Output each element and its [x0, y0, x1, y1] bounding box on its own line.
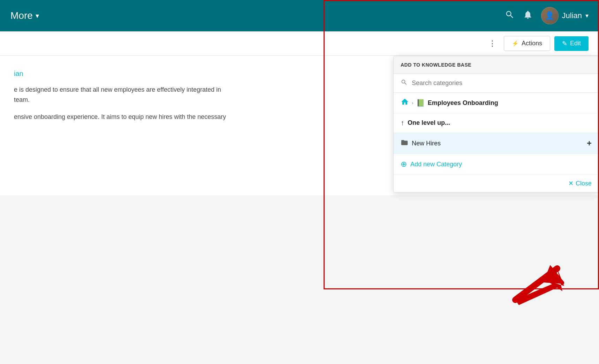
svg-line-1 [515, 268, 557, 300]
top-nav: More ▾ 👤 Julian ▾ [0, 0, 599, 31]
book-icon: 📗 [416, 99, 425, 107]
edit-button[interactable]: ✎ Edit [554, 36, 589, 51]
more-label[interactable]: More [10, 10, 33, 21]
add-category-button[interactable]: ⊕ Add new Category [394, 154, 599, 174]
svg-marker-2 [543, 265, 564, 284]
add-to-item-button[interactable]: + [587, 138, 592, 148]
breadcrumb-chevron-icon: › [412, 100, 414, 106]
new-hires-label: New Hires [412, 140, 583, 147]
bell-icon[interactable] [523, 10, 533, 22]
panel-title: ADD TO KNOWLEDGE BASE [401, 62, 471, 68]
search-icon[interactable] [505, 10, 515, 22]
up-arrow-icon: ↑ [401, 119, 404, 127]
knowledge-base-dropdown: ADD TO KNOWLEDGE BASE › 📗 Employees Onbo… [393, 56, 599, 192]
user-chevron-icon: ▾ [585, 12, 589, 20]
bolt-icon: ⚡ [512, 40, 519, 47]
avatar-image: 👤 [541, 7, 559, 24]
panel-footer: ✕ Close [394, 174, 599, 192]
edit-icon: ✎ [562, 40, 567, 47]
actions-button[interactable]: ⚡ Actions [504, 36, 550, 51]
new-hires-item[interactable]: New Hires + [394, 133, 599, 154]
folder-icon [401, 139, 408, 148]
home-icon[interactable] [401, 98, 409, 108]
nav-left: More ▾ [10, 10, 39, 21]
nav-chevron-icon[interactable]: ▾ [36, 12, 39, 20]
breadcrumb-row: › 📗 Employees Onboarding [394, 93, 599, 113]
one-level-label: One level up... [408, 119, 450, 127]
svg-marker-0 [515, 268, 564, 305]
add-category-label: Add new Category [410, 161, 462, 168]
breadcrumb-label: Employees Onboarding [428, 99, 498, 107]
close-x-icon: ✕ [568, 180, 574, 187]
more-options-button[interactable]: ⋮ [485, 37, 500, 50]
toolbar-row: ⋮ ⚡ Actions ✎ Edit [0, 31, 599, 56]
user-menu[interactable]: 👤 Julian ▾ [541, 7, 589, 24]
main-content: ⋮ ⚡ Actions ✎ Edit ian e is designed to … [0, 31, 599, 364]
add-circle-icon: ⊕ [401, 160, 407, 169]
avatar: 👤 [541, 7, 559, 24]
search-categories-input[interactable] [412, 79, 592, 87]
red-arrow-indicator [508, 265, 564, 308]
nav-right: 👤 Julian ▾ [505, 7, 589, 24]
close-button[interactable]: ✕ Close [568, 180, 592, 187]
username-label: Julian [562, 11, 582, 20]
panel-header: ADD TO KNOWLEDGE BASE [394, 56, 599, 74]
one-level-up-button[interactable]: ↑ One level up... [394, 113, 599, 133]
search-row[interactable] [394, 74, 599, 93]
panel-search-icon [401, 79, 408, 88]
